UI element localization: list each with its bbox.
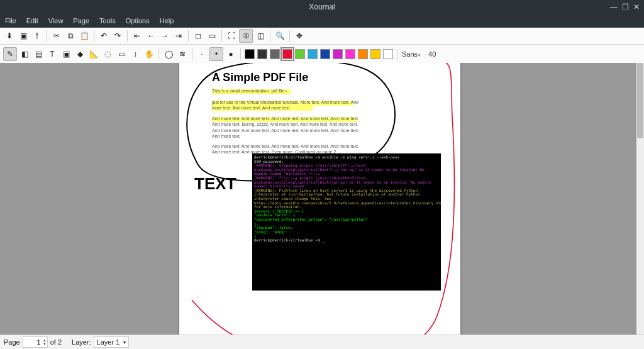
doc-paragraph: And more text. And more text. And more t… [212,116,363,140]
thick-icon[interactable]: ● [225,48,237,60]
redo-icon[interactable]: ↷ [111,30,124,42]
menu-file[interactable]: File [0,14,21,28]
paste-icon[interactable]: 📋 [78,30,91,42]
embedded-terminal-image: derrick@derrick-VirtualBox:~$ ansible -m… [252,153,441,291]
layer-label: Layer: [72,338,91,346]
title-bar: Xournal — ❐ ✕ [0,0,644,14]
window-close-button[interactable]: ✕ [633,3,640,11]
toolbar-tools: ✎◧▤T▣◆📐◌▭↕✋◯≋·•●Sans40 [0,45,644,64]
page-width-icon[interactable]: ▭ [206,30,218,42]
eraser-icon[interactable]: ◧ [18,48,31,60]
find-icon[interactable]: ✥ [293,30,306,42]
doc-paragraph: This is a small demonstration .pdf file … [212,88,363,94]
thin-icon[interactable]: · [196,48,208,60]
doc-paragraph: just for use in the Virtual Mechanics tu… [212,99,363,111]
color-swatch[interactable] [320,49,330,59]
page-label: Page [4,338,20,346]
highlighter-icon[interactable]: ▤ [32,48,45,60]
last-page-icon[interactable]: ⇥ [172,30,185,42]
color-swatch[interactable] [308,49,318,59]
term-line: [WARNING]: Platform linux on host server… [254,189,439,209]
undo-icon[interactable]: ↶ [97,30,110,42]
shapes-icon[interactable]: ◆ [74,48,86,60]
window-buttons: — ❐ ✕ [610,3,640,11]
term-line: [WARNING]: Skipping plugin (/usr/lib/pyt… [254,176,439,189]
copy-icon[interactable]: ⧉ [64,30,77,42]
next-page-icon[interactable]: → [158,30,171,42]
doc-title: A Simple PDF File [212,71,308,84]
zoom-out-icon[interactable]: ◻ [192,30,204,42]
line-style-icon[interactable]: ≋ [176,48,189,60]
color-swatch[interactable] [257,49,267,59]
zoom-in-icon[interactable]: 🔍 [274,30,286,42]
status-bar: Page ▲▼ of 2 Layer: Layer 1 ▾ [0,335,644,349]
color-swatch[interactable] [282,49,292,59]
font-name-select[interactable]: Sans [400,50,423,58]
new-icon[interactable]: ▣ [17,30,30,42]
menu-bar: File Edit View Page Tools Options Help [0,14,644,28]
workspace[interactable]: A Simple PDF File This is a small demons… [0,63,644,335]
menu-page[interactable]: Page [68,14,94,28]
layer-select[interactable]: Layer 1 ▾ [94,336,130,348]
color-swatch[interactable] [333,49,343,59]
zoom-100-icon[interactable]: ① [239,29,253,43]
menu-help[interactable]: Help [155,14,179,28]
page-number-spinner[interactable]: ▲▼ [23,336,48,348]
document-page: A Simple PDF File This is a small demons… [179,63,460,335]
font-size-field[interactable]: 40 [426,50,438,58]
color-swatch[interactable] [295,49,305,59]
select-region-icon[interactable]: ◌ [101,48,114,60]
open-icon[interactable]: ⭱ [31,30,43,42]
text-tool-icon[interactable]: T [46,48,58,60]
pen-icon[interactable]: ✎ [3,47,17,61]
zoom-fit-icon[interactable]: ◫ [254,30,267,42]
window-maximize-button[interactable]: ❐ [621,3,629,11]
ruler-icon[interactable]: 📐 [87,48,100,60]
fullscreen-icon[interactable]: ⛶ [225,30,238,42]
vertical-space-icon[interactable]: ↕ [129,48,142,60]
select-rect-icon[interactable]: ▭ [115,48,128,60]
hand-icon[interactable]: ✋ [143,48,155,60]
color-swatch[interactable] [270,49,280,59]
medium-icon[interactable]: • [209,47,223,61]
shape-recognizer-icon[interactable]: ◯ [162,48,175,60]
page-number-input[interactable] [23,338,42,346]
term-line: "discovered_interpreter_python": "/usr/b… [254,218,439,222]
app-title: Xournal [309,3,335,11]
scrollbar-thumb[interactable] [637,63,643,138]
menu-options[interactable]: Options [121,14,155,28]
color-swatch[interactable] [358,49,368,59]
term-line: [WARNING]: Skipping plugin (/usr/lib/pyt… [254,163,439,176]
term-line: derrick@derrick-VirtualBox:~$ _ [254,238,439,243]
color-swatch[interactable] [345,49,355,59]
toolbar-main: ⬇▣⭱✂⧉📋↶↷⇤←→⇥◻▭⛶①◫🔍✥ [0,28,644,45]
color-swatch[interactable] [245,49,255,59]
save-icon[interactable]: ⬇ [3,30,16,42]
layer-value: Layer 1 [97,338,120,346]
window-minimize-button[interactable]: — [610,3,618,11]
first-page-icon[interactable]: ⇤ [131,30,143,42]
menu-tools[interactable]: Tools [94,14,121,28]
image-icon[interactable]: ▣ [60,48,72,60]
term-line: "ping": "pong" [254,230,439,235]
color-swatch[interactable] [383,49,393,59]
text-annotation: TEXT [194,174,236,194]
chevron-down-icon: ▾ [123,340,126,345]
color-swatch[interactable] [370,49,380,59]
cut-icon[interactable]: ✂ [50,30,63,42]
page-total-label: of 2 [50,338,62,346]
menu-edit[interactable]: Edit [21,14,43,28]
spinner-arrows[interactable]: ▲▼ [42,338,47,346]
prev-page-icon[interactable]: ← [145,30,157,42]
vertical-scrollbar[interactable] [636,63,644,335]
menu-view[interactable]: View [43,14,69,28]
